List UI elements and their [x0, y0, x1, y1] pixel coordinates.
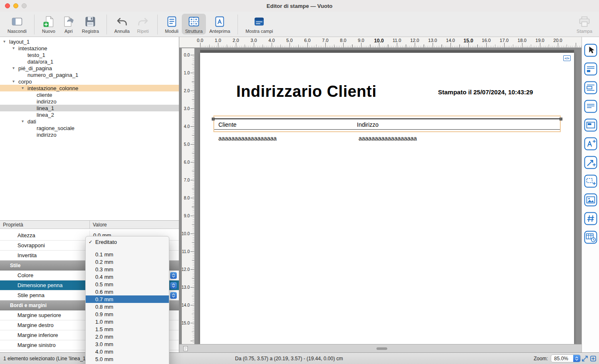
- disclosure-triangle-icon[interactable]: ▾: [22, 118, 27, 125]
- menu-item-4-0-mm[interactable]: 4.0 mm: [86, 348, 169, 355]
- close-window-button[interactable]: [5, 3, 10, 8]
- menu-item-0-4-mm[interactable]: 0.4 mm: [86, 273, 169, 280]
- menu-separator: [86, 246, 169, 251]
- menu-item-0-2-mm[interactable]: 0.2 mm: [86, 258, 169, 266]
- toolbar-stampa-button[interactable]: Stampa: [573, 14, 596, 34]
- menu-item-label: 5.0 mm: [95, 356, 113, 362]
- tree-item-intestazione_colonne[interactable]: ▾intestazione_colonne: [0, 85, 179, 91]
- toolbar-ripeti-button[interactable]: Ripeti: [133, 14, 153, 34]
- column-header-box[interactable]: [214, 118, 560, 130]
- tree-item-indirizzo[interactable]: indirizzo: [0, 98, 179, 105]
- menu-item-3-0-mm[interactable]: 3.0 mm: [86, 340, 169, 348]
- tree-item-dati[interactable]: ▾dati: [0, 118, 179, 125]
- tree-item-testo_1[interactable]: testo_1: [0, 52, 179, 58]
- code-badge-icon[interactable]: </>: [563, 55, 571, 61]
- menu-item-0-1-mm[interactable]: 0.1 mm: [86, 251, 169, 258]
- menu-item-0-6-mm[interactable]: 0.6 mm: [86, 288, 169, 295]
- toolbar-annulla-button[interactable]: Annulla: [111, 14, 133, 34]
- tool-band-footer-button[interactable]: [584, 100, 597, 113]
- page-corner-icon[interactable]: [183, 346, 188, 352]
- tree-item-label: linea_1: [37, 105, 54, 111]
- disclosure-triangle-icon[interactable]: ▾: [22, 85, 27, 91]
- vruler-label: 5.0: [184, 142, 190, 147]
- report-title[interactable]: Indirizzario Clienti: [236, 83, 376, 101]
- line-handle-left[interactable]: [212, 118, 215, 121]
- menu-item-0-8-mm[interactable]: 0.8 mm: [86, 303, 169, 310]
- tool-number-field-button[interactable]: [584, 212, 597, 225]
- toolbar-anteprima-button[interactable]: Anteprima: [206, 14, 233, 34]
- tree-item-indirizzo[interactable]: indirizzo: [0, 131, 179, 138]
- tree-item-linea_2[interactable]: linea_2: [0, 111, 179, 118]
- tool-band-detail-button[interactable]: [584, 62, 597, 76]
- property-column-header: Proprietà: [0, 222, 89, 228]
- print-timestamp[interactable]: Stampato il 25/07/2024, 10:43:29: [438, 89, 533, 96]
- toolbar-button-label: Nascondi: [7, 29, 27, 34]
- tree-item-pi-_di_pagina[interactable]: ▾pié_di_pagina: [0, 65, 179, 71]
- zoom-popup-arrows-icon[interactable]: [573, 355, 580, 362]
- hruler-label: 15.0: [463, 38, 473, 44]
- property-name: Margine destro: [0, 322, 89, 328]
- disclosure-triangle-icon[interactable]: ▾: [12, 78, 18, 85]
- column-header-band[interactable]: ClienteIndirizzo: [213, 116, 561, 132]
- fit-page-icon[interactable]: [590, 355, 597, 362]
- tool-label-button[interactable]: [584, 118, 597, 132]
- menu-item-1-5-mm[interactable]: 1.5 mm: [86, 325, 169, 333]
- hruler-label: 4.0: [268, 38, 275, 43]
- tree-item-intestazione[interactable]: ▾intestazione: [0, 45, 179, 52]
- menu-item-0-5-mm[interactable]: 0.5 mm: [86, 280, 169, 288]
- canvas-scrollbar[interactable]: [179, 344, 582, 352]
- tool-image-button[interactable]: [584, 193, 597, 207]
- toolbar-mostra-campi-button[interactable]: Mostra campi: [242, 14, 276, 34]
- tool-band-header-button[interactable]: [584, 81, 597, 94]
- scrollbar-thumb[interactable]: [376, 347, 387, 350]
- minimize-window-button[interactable]: [13, 3, 18, 8]
- checkmark-icon: ✓: [89, 239, 92, 245]
- fit-window-icon[interactable]: [582, 355, 588, 362]
- zoom-window-button[interactable]: [22, 3, 27, 8]
- toolbar-button-label: Struttura: [185, 29, 203, 34]
- menu-item-ereditato[interactable]: ✓Ereditato: [86, 238, 169, 246]
- tree-item-label: numero_di_pagina_1: [27, 72, 78, 78]
- tool-select-button[interactable]: [584, 44, 597, 57]
- hruler-label: 12.0: [410, 38, 419, 43]
- popup-arrows-button[interactable]: [170, 272, 177, 279]
- tree-item-cliente[interactable]: cliente: [0, 91, 179, 98]
- tool-rectangle-button[interactable]: [584, 175, 597, 188]
- menu-item-0-9-mm[interactable]: 0.9 mm: [86, 310, 169, 318]
- menu-item-0-3-mm[interactable]: 0.3 mm: [86, 266, 169, 273]
- tree-item-numero_di_pagina_1[interactable]: numero_di_pagina_1: [0, 71, 179, 78]
- menu-item-1-0-mm[interactable]: 1.0 mm: [86, 318, 169, 325]
- tree-item-ragione_sociale[interactable]: ragione_sociale: [0, 125, 179, 131]
- property-name: Margine inferiore: [0, 332, 89, 338]
- report-page[interactable]: Indirizzario Clienti Stampato il 25/07/2…: [200, 53, 574, 344]
- toolbar-nuovo-button[interactable]: Nuovo: [39, 14, 59, 34]
- tool-table-field-button[interactable]: [584, 231, 597, 244]
- tree-item-data-ora_1[interactable]: data/ora_1: [0, 58, 179, 65]
- toolbar-button-label: Stampa: [577, 29, 592, 34]
- tree-item-label: pié_di_pagina: [18, 65, 52, 71]
- toolbar-apri-button[interactable]: Apri: [59, 14, 79, 34]
- menu-item-0-7-mm[interactable]: 0.7 mm: [86, 295, 169, 303]
- vruler-label: 2.0: [184, 89, 190, 93]
- tool-line-button[interactable]: [584, 156, 597, 169]
- tool-text-field-button[interactable]: [584, 137, 597, 150]
- popup-arrows-button[interactable]: [170, 282, 177, 289]
- menu-item-label: 1.5 mm: [95, 326, 113, 332]
- popup-arrows-button[interactable]: [170, 292, 177, 299]
- menu-item-2-0-mm[interactable]: 2.0 mm: [86, 333, 169, 340]
- line-handle-right[interactable]: [559, 118, 562, 121]
- tree-item-label: dati: [27, 118, 36, 125]
- toolbar-nascondi-button[interactable]: Nascondi: [4, 14, 30, 34]
- toolbar-moduli-button[interactable]: Moduli: [162, 14, 182, 34]
- disclosure-triangle-icon[interactable]: ▾: [3, 38, 9, 45]
- toolbar-registra-button[interactable]: Registra: [79, 14, 102, 34]
- menu-item-5-0-mm[interactable]: 5.0 mm: [86, 355, 169, 363]
- menu-item-label: Ereditato: [95, 239, 117, 245]
- zoom-select[interactable]: 85.0%: [551, 354, 581, 362]
- tree-item-linea_1[interactable]: linea_1: [0, 105, 179, 111]
- disclosure-triangle-icon[interactable]: ▾: [12, 65, 18, 71]
- tree-item-layout_1[interactable]: ▾layout_1: [0, 38, 179, 45]
- toolbar-struttura-button[interactable]: Struttura: [182, 14, 206, 34]
- tree-item-corpo[interactable]: ▾corpo: [0, 78, 179, 85]
- disclosure-triangle-icon[interactable]: ▾: [12, 45, 18, 52]
